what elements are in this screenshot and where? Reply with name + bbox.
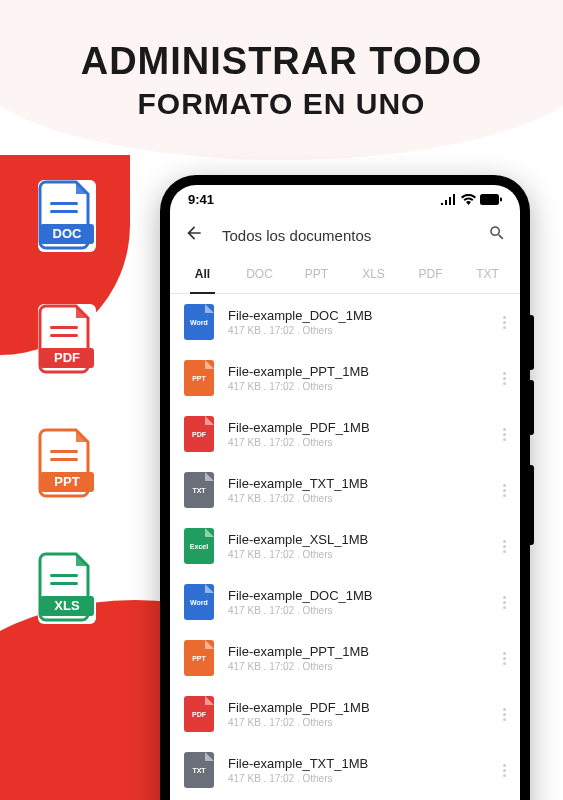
- file-row[interactable]: Excel File-example_XSL_1MB 417 KB . 17:0…: [170, 518, 520, 574]
- file-type-icon-pdf: PDF: [184, 416, 214, 452]
- tab-txt[interactable]: TXT: [459, 257, 516, 293]
- file-info: File-example_XSL_1MB 417 KB . 17:02 . Ot…: [228, 532, 489, 560]
- file-type-icon-txt: TXT: [184, 752, 214, 788]
- wifi-icon: [461, 194, 476, 205]
- file-name: File-example_PDF_1MB: [228, 420, 489, 435]
- phone-screen: 9:41 Todos los documentos AllDOCPPTXLSPD…: [170, 185, 520, 800]
- tab-doc[interactable]: DOC: [231, 257, 288, 293]
- file-name: File-example_DOC_1MB: [228, 588, 489, 603]
- more-options-icon[interactable]: [503, 428, 506, 441]
- svg-rect-1: [50, 210, 78, 213]
- more-options-icon[interactable]: [503, 708, 506, 721]
- svg-rect-0: [50, 202, 78, 205]
- svg-rect-5: [50, 334, 78, 337]
- app-header: Todos los documentos: [170, 213, 520, 257]
- file-type-icon-word: Word: [184, 304, 214, 340]
- file-list: Word File-example_DOC_1MB 417 KB . 17:02…: [170, 294, 520, 800]
- file-meta: 417 KB . 17:02 . Others: [228, 437, 489, 448]
- svg-rect-13: [50, 582, 78, 585]
- tab-pdf[interactable]: PDF: [402, 257, 459, 293]
- headline-line2: FORMATO EN UNO: [0, 87, 563, 121]
- file-name: File-example_TXT_1MB: [228, 476, 489, 491]
- format-icon-doc: DOC: [38, 180, 96, 252]
- headline-line1: ADMINISTRAR TODO: [0, 40, 563, 83]
- svg-rect-8: [50, 450, 78, 453]
- file-meta: 417 KB . 17:02 . Others: [228, 493, 489, 504]
- svg-rect-17: [500, 197, 502, 201]
- file-meta: 417 KB . 17:02 . Others: [228, 381, 489, 392]
- file-info: File-example_PDF_1MB 417 KB . 17:02 . Ot…: [228, 420, 489, 448]
- file-info: File-example_TXT_1MB 417 KB . 17:02 . Ot…: [228, 756, 489, 784]
- more-options-icon[interactable]: [503, 652, 506, 665]
- tab-all[interactable]: All: [174, 257, 231, 293]
- file-name: File-example_PPT_1MB: [228, 364, 489, 379]
- file-name: File-example_XSL_1MB: [228, 532, 489, 547]
- file-row[interactable]: Word File-example_DOC_1MB 417 KB . 17:02…: [170, 574, 520, 630]
- file-name: File-example_PPT_1MB: [228, 644, 489, 659]
- file-info: File-example_DOC_1MB 417 KB . 17:02 . Ot…: [228, 308, 489, 336]
- svg-text:XLS: XLS: [54, 598, 80, 613]
- file-info: File-example_PPT_1MB 417 KB . 17:02 . Ot…: [228, 644, 489, 672]
- svg-rect-4: [50, 326, 78, 329]
- svg-text:PPT: PPT: [54, 474, 79, 489]
- format-icon-ppt: PPT: [38, 428, 96, 500]
- file-name: File-example_DOC_1MB: [228, 308, 489, 323]
- file-row[interactable]: TXT File-example_TXT_1MB 417 KB . 17:02 …: [170, 462, 520, 518]
- svg-rect-16: [480, 194, 499, 205]
- format-icon-xls: XLS: [38, 552, 96, 624]
- file-meta: 417 KB . 17:02 . Others: [228, 549, 489, 560]
- file-type-icon-ppt: PPT: [184, 360, 214, 396]
- status-bar: 9:41: [170, 185, 520, 213]
- status-icons: [441, 194, 502, 205]
- headline: ADMINISTRAR TODO FORMATO EN UNO: [0, 0, 563, 121]
- svg-rect-9: [50, 458, 78, 461]
- file-info: File-example_PPT_1MB 417 KB . 17:02 . Ot…: [228, 364, 489, 392]
- more-options-icon[interactable]: [503, 372, 506, 385]
- file-meta: 417 KB . 17:02 . Others: [228, 605, 489, 616]
- more-options-icon[interactable]: [503, 484, 506, 497]
- file-name: File-example_TXT_1MB: [228, 756, 489, 771]
- file-type-icon-word: Word: [184, 584, 214, 620]
- phone-volume-up: [530, 315, 534, 370]
- file-row[interactable]: PPT File-example_PPT_1MB 417 KB . 17:02 …: [170, 350, 520, 406]
- file-row[interactable]: PDF File-example_PDF_1MB 417 KB . 17:02 …: [170, 406, 520, 462]
- filter-tabs: AllDOCPPTXLSPDFTXT: [170, 257, 520, 294]
- file-type-icon-pdf: PDF: [184, 696, 214, 732]
- file-type-icon-ppt: PPT: [184, 640, 214, 676]
- file-meta: 417 KB . 17:02 . Others: [228, 661, 489, 672]
- battery-icon: [480, 194, 502, 205]
- svg-rect-12: [50, 574, 78, 577]
- phone-mockup: 9:41 Todos los documentos AllDOCPPTXLSPD…: [160, 175, 530, 800]
- back-arrow-icon[interactable]: [184, 223, 204, 248]
- page-title: Todos los documentos: [222, 227, 470, 244]
- file-meta: 417 KB . 17:02 . Others: [228, 773, 489, 784]
- file-name: File-example_PDF_1MB: [228, 700, 489, 715]
- tab-ppt[interactable]: PPT: [288, 257, 345, 293]
- phone-power-button: [530, 465, 534, 545]
- file-meta: 417 KB . 17:02 . Others: [228, 717, 489, 728]
- file-info: File-example_DOC_1MB 417 KB . 17:02 . Ot…: [228, 588, 489, 616]
- file-row[interactable]: TXT File-example_TXT_1MB 417 KB . 17:02 …: [170, 742, 520, 798]
- tab-xls[interactable]: XLS: [345, 257, 402, 293]
- file-row[interactable]: PPT File-example_PPT_1MB 417 KB . 17:02 …: [170, 630, 520, 686]
- file-type-icon-excel: Excel: [184, 528, 214, 564]
- format-icon-pdf: PDF: [38, 304, 96, 376]
- file-info: File-example_PDF_1MB 417 KB . 17:02 . Ot…: [228, 700, 489, 728]
- more-options-icon[interactable]: [503, 596, 506, 609]
- svg-text:DOC: DOC: [53, 226, 83, 241]
- more-options-icon[interactable]: [503, 540, 506, 553]
- status-time: 9:41: [188, 192, 214, 207]
- phone-volume-down: [530, 380, 534, 435]
- file-type-icon-txt: TXT: [184, 472, 214, 508]
- file-row[interactable]: PDF File-example_PDF_1MB 417 KB . 17:02 …: [170, 686, 520, 742]
- file-meta: 417 KB . 17:02 . Others: [228, 325, 489, 336]
- more-options-icon[interactable]: [503, 316, 506, 329]
- svg-text:PDF: PDF: [54, 350, 80, 365]
- side-format-icons: DOC PDF PPT XLS: [38, 180, 96, 624]
- search-icon[interactable]: [488, 224, 506, 247]
- signal-icon: [441, 194, 457, 205]
- file-info: File-example_TXT_1MB 417 KB . 17:02 . Ot…: [228, 476, 489, 504]
- file-row[interactable]: Word File-example_DOC_1MB 417 KB . 17:02…: [170, 294, 520, 350]
- more-options-icon[interactable]: [503, 764, 506, 777]
